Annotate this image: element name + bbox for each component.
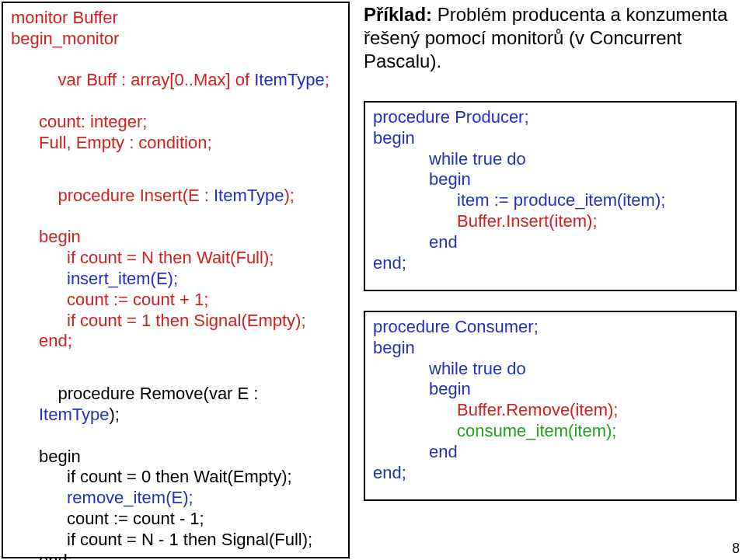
code-text: procedure Insert(E : — [58, 186, 214, 205]
code-line: end — [373, 442, 727, 463]
left-code-box: monitor Buffer begin_monitor var Buff : … — [2, 2, 350, 558]
example-title: Příklad: Problém producenta a konzumenta… — [364, 3, 737, 73]
code-line: begin — [373, 379, 727, 400]
code-line: while true do — [373, 359, 727, 380]
code-text: ; — [325, 70, 329, 89]
code-text: ItemType — [214, 186, 284, 205]
code-line: end — [373, 232, 727, 253]
code-line: if count = 1 then Signal(Empty); — [11, 311, 340, 332]
code-line: remove_item(E); — [11, 488, 340, 509]
code-text: ); — [284, 186, 294, 205]
code-text: ItemType — [254, 70, 324, 89]
code-line: begin — [11, 227, 340, 248]
code-line: end; — [11, 551, 340, 560]
code-line: procedure Remove(var E : ItemType); — [11, 363, 340, 446]
code-text: var Buff : array[0..Max] of — [58, 70, 254, 89]
code-text: ); — [109, 405, 119, 424]
code-line: if count = 0 then Wait(Empty); — [11, 467, 340, 488]
code-line: begin — [373, 169, 727, 190]
code-line: Buffer.Insert(item); — [373, 211, 727, 232]
code-line: end; — [373, 463, 727, 484]
code-line: consume_item(item); — [373, 421, 727, 442]
consumer-box: procedure Consumer; begin while true do … — [364, 311, 737, 501]
example-label: Příklad: — [364, 4, 432, 25]
code-line: begin — [373, 128, 727, 149]
producer-box: procedure Producer; begin while true do … — [364, 101, 737, 291]
code-line: procedure Insert(E : ItemType); — [11, 165, 340, 227]
code-line: if count = N - 1 then Signal(Full); — [11, 530, 340, 551]
code-line: while true do — [373, 149, 727, 170]
code-line: end; — [11, 331, 340, 352]
code-line: count := count - 1; — [11, 509, 340, 530]
code-line: insert_item(E); — [11, 269, 340, 290]
code-line: end; — [373, 253, 727, 274]
code-line: item := produce_item(item); — [373, 190, 727, 211]
page-number: 8 — [732, 541, 740, 557]
code-line: Full, Empty : condition; — [11, 133, 340, 154]
spacer — [11, 352, 340, 363]
code-line: procedure Consumer; — [373, 317, 727, 338]
code-line: monitor Buffer — [11, 8, 340, 29]
code-text: ItemType — [39, 405, 109, 424]
code-line: Buffer.Remove(item); — [373, 400, 727, 421]
code-line: begin — [373, 338, 727, 359]
code-line: procedure Producer; — [373, 107, 727, 128]
code-line: begin_monitor — [11, 29, 340, 50]
code-line: var Buff : array[0..Max] of ItemType; — [11, 50, 340, 112]
code-line: count: integer; — [11, 112, 340, 133]
spacer — [11, 154, 340, 165]
code-line: begin — [11, 447, 340, 468]
code-line: if count = N then Wait(Full); — [11, 248, 340, 269]
code-text: procedure Remove(var E : — [58, 384, 263, 403]
code-line: count := count + 1; — [11, 290, 340, 311]
